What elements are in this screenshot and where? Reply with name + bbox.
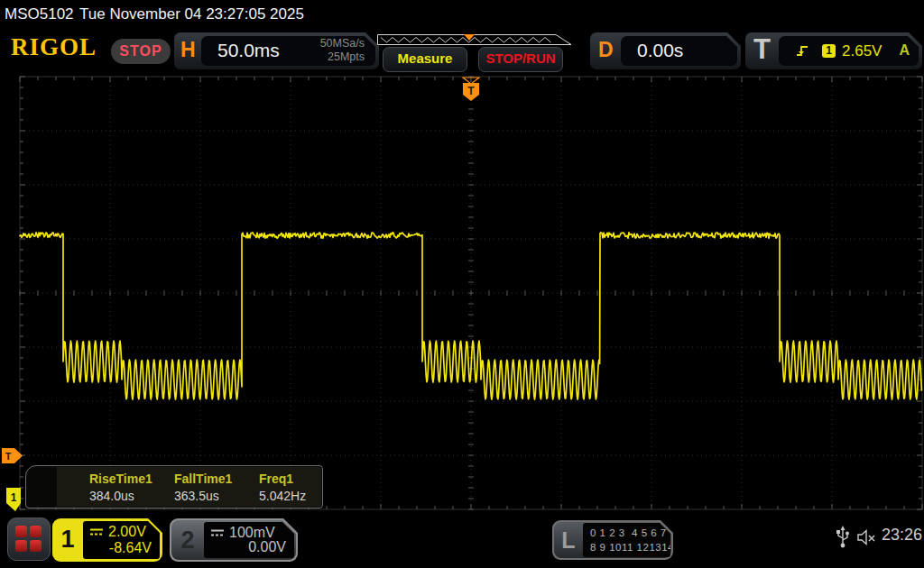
channel1-number: 1 — [52, 518, 83, 562]
dc-coupling-icon — [89, 527, 104, 536]
channel1-values: 2.00V -8.64V — [83, 521, 160, 559]
speaker-muted-icon[interactable] — [856, 528, 878, 546]
channel1-scale: 2.00V — [108, 524, 146, 540]
logic-row-0-7: 0 1 2 3 4 5 6 7 — [590, 527, 667, 538]
measurement-value: 5.042Hz — [259, 489, 306, 503]
logic-channels: 0 1 2 3 4 5 6 7 8 9 1011 12131415 — [583, 523, 670, 557]
measurement-name: RiseTime1 — [89, 472, 152, 486]
svg-text:1: 1 — [11, 491, 17, 504]
graticule — [20, 77, 922, 509]
usb-icon — [836, 526, 850, 549]
measurement-value: 363.5us — [174, 489, 219, 503]
dc-coupling-icon — [210, 528, 225, 537]
menu-grid-icon — [15, 526, 27, 537]
channel2-values: 100mV 0.00V — [204, 522, 294, 558]
clock: 23:26 — [882, 526, 922, 545]
measurement-name: Freq1 — [259, 472, 293, 486]
measurement-panel[interactable]: RiseTime1 384.0us FallTime1 363.5us Freq… — [25, 465, 323, 508]
channel1-ground-marker[interactable]: 1 — [6, 488, 21, 511]
measurement-value: 384.0us — [89, 489, 134, 503]
channel1-block[interactable]: 1 2.00V -8.64V — [52, 518, 162, 562]
bottom-bar: 1 2.00V -8.64V 2 — [0, 514, 924, 568]
logic-row-8-15: 8 9 1011 12131415 — [590, 542, 687, 553]
menu-grid-icon — [30, 540, 42, 552]
logic-analyzer-block[interactable]: L 0 1 2 3 4 5 6 7 8 9 1011 12131415 — [552, 520, 673, 560]
measurement-name: FallTime1 — [174, 472, 232, 486]
channel1-offset: -8.64V — [109, 540, 152, 556]
svg-text:T: T — [5, 451, 12, 462]
menu-grid-icon — [30, 526, 42, 537]
channel2-block[interactable]: 2 100mV 0.00V — [170, 518, 298, 562]
channel2-offset: 0.00V — [248, 539, 286, 555]
svg-text:T: T — [467, 85, 475, 97]
channel2-number: 2 — [171, 520, 204, 560]
measurement-columns: RiseTime1 384.0us FallTime1 363.5us Freq… — [57, 467, 321, 507]
logic-label: L — [554, 522, 583, 558]
menu-grid-button[interactable] — [7, 518, 51, 561]
menu-grid-icon — [15, 540, 27, 552]
oscilloscope-screen: MSO5102 Tue November 04 23:27:05 2025 RI… — [0, 0, 924, 568]
